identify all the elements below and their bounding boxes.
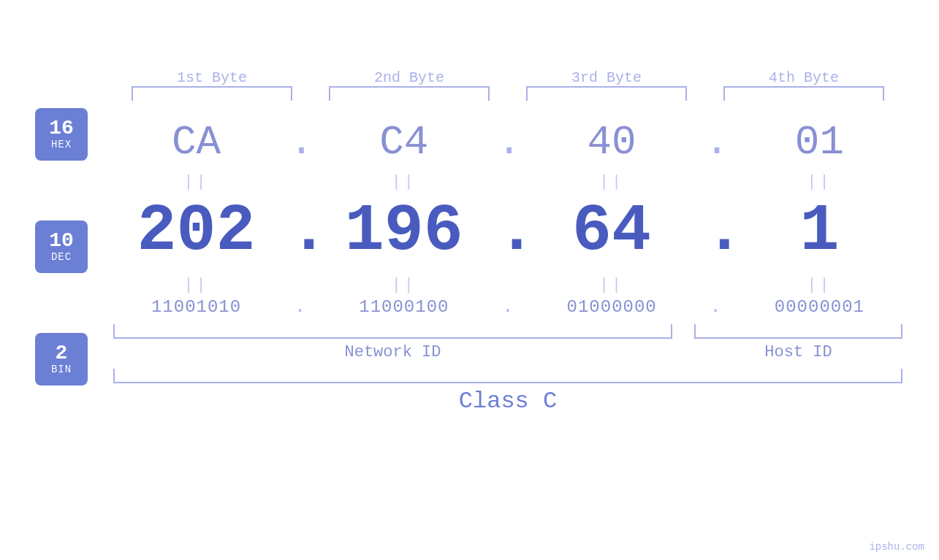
sep2-bar-4: || <box>746 276 892 294</box>
bin-badge: 2 BIN <box>35 333 88 386</box>
dec-byte-1: 202 <box>123 194 270 269</box>
separator-row-2: || || || || <box>113 276 902 294</box>
top-brackets <box>113 86 902 101</box>
sep2-bar-1: || <box>123 276 270 294</box>
dec-dot-3: . <box>704 194 726 269</box>
host-id-bracket <box>694 324 902 339</box>
main-container: 16 HEX 10 DEC 2 BIN 1st Byte 2nd Byte 3r… <box>0 0 939 560</box>
col-header-1: 1st Byte <box>132 69 292 86</box>
sep1-bar-2: || <box>331 173 477 191</box>
dec-badge-number: 10 <box>49 231 74 251</box>
bin-byte-2: 11000100 <box>331 297 477 317</box>
bin-byte-4: 00000001 <box>746 297 892 317</box>
hex-badge-number: 16 <box>49 118 74 139</box>
bin-badge-number: 2 <box>56 343 68 364</box>
sep2-bar-3: || <box>539 276 685 294</box>
watermark: ipshu.com <box>869 541 924 553</box>
column-headers: 1st Byte 2nd Byte 3rd Byte 4th Byte <box>113 69 902 86</box>
rows-wrapper: 1st Byte 2nd Byte 3rd Byte 4th Byte CA .… <box>113 69 921 415</box>
hex-byte-1: CA <box>123 119 270 166</box>
hex-dot-2: . <box>497 119 519 166</box>
bin-row: 11001010 . 11000100 . 01000000 . 0000000… <box>113 297 902 317</box>
dec-byte-2: 196 <box>331 194 477 269</box>
hex-byte-3: 40 <box>539 119 685 166</box>
hex-dot-1: . <box>289 119 311 166</box>
col-header-2: 2nd Byte <box>329 69 490 86</box>
hex-badge-label: HEX <box>51 139 72 150</box>
dec-dot-1: . <box>289 194 311 269</box>
hex-row: CA . C4 . 40 . 01 <box>113 119 902 166</box>
network-id-label: Network ID <box>113 343 672 361</box>
sep1-bar-3: || <box>539 173 685 191</box>
sep1-bar-1: || <box>123 173 270 191</box>
bin-dot-2: . <box>497 297 519 317</box>
badges-column: 16 HEX 10 DEC 2 BIN <box>35 108 88 386</box>
top-bracket-3 <box>526 86 687 101</box>
bin-byte-3: 01000000 <box>539 297 685 317</box>
sep1-bar-4: || <box>746 173 892 191</box>
hex-byte-2: C4 <box>331 119 477 166</box>
bin-dot-1: . <box>289 297 311 317</box>
id-labels-row: Network ID Host ID <box>113 343 902 361</box>
top-bracket-1 <box>132 86 292 101</box>
col-header-4: 4th Byte <box>723 69 884 86</box>
sep2-bar-2: || <box>331 276 477 294</box>
bin-badge-label: BIN <box>51 364 72 375</box>
separator-row-1: || || || || <box>113 173 902 191</box>
col-header-3: 3rd Byte <box>526 69 687 86</box>
bracket-spacer <box>672 324 694 339</box>
network-id-bracket <box>113 324 672 339</box>
dec-byte-4: 1 <box>746 194 892 269</box>
top-bracket-2 <box>329 86 490 101</box>
host-id-label: Host ID <box>694 343 902 361</box>
top-bracket-4 <box>723 86 884 101</box>
bin-byte-1: 11001010 <box>123 297 270 317</box>
dec-byte-3: 64 <box>539 194 685 269</box>
dec-dot-2: . <box>497 194 519 269</box>
bin-dot-3: . <box>704 297 726 317</box>
label-spacer <box>672 343 694 361</box>
bottom-bracket-row <box>113 324 902 339</box>
dec-row: 202 . 196 . 64 . 1 <box>113 194 902 269</box>
class-bracket <box>113 369 902 383</box>
hex-badge: 16 HEX <box>35 108 88 161</box>
hex-dot-3: . <box>704 119 726 166</box>
hex-byte-4: 01 <box>746 119 892 166</box>
class-label: Class C <box>113 388 902 415</box>
dec-badge-label: DEC <box>51 251 72 263</box>
dec-badge: 10 DEC <box>35 220 88 273</box>
